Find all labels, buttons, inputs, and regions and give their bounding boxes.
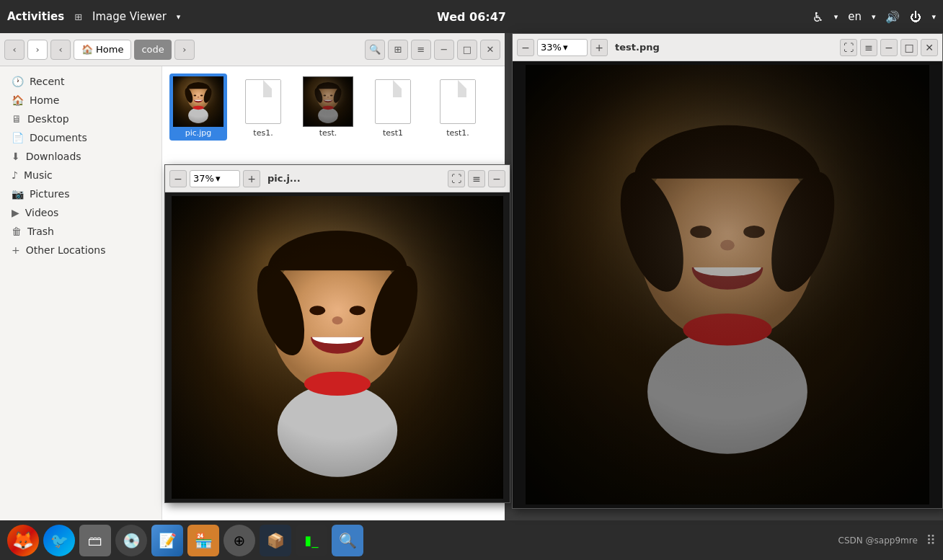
sidebar-label-desktop: Desktop (27, 113, 69, 125)
nav-up-button[interactable]: ‹ (50, 40, 71, 60)
breadcrumb-home[interactable]: 🏠 Home (74, 40, 131, 60)
iv-pic-fullscreen-button[interactable]: ⛶ (448, 170, 465, 187)
fm-toolbar: ‹ › ‹ 🏠 Home code › 🔍 ⊞ ≡ − □ ✕ (0, 33, 505, 66)
sidebar-item-music[interactable]: ♪ Music (0, 166, 161, 185)
fm-toolbar-right: 🔍 ⊞ ≡ − □ ✕ (365, 40, 500, 60)
file-pic-jpg[interactable]: pic.jpg (169, 74, 227, 141)
nav-forward-button[interactable]: › (27, 40, 48, 60)
file-test1b[interactable]: test1. (429, 74, 487, 141)
lang-arrow[interactable]: ▾ (872, 12, 876, 22)
iv-test-min-button[interactable]: − (880, 39, 898, 56)
iv-test-window: − 33% ▾ + test.png ⛶ ≡ − □ ✕ (512, 33, 943, 509)
thunderbird-icon[interactable]: 🐦 (43, 525, 75, 556)
nav-back-button[interactable]: ‹ (4, 40, 25, 60)
taskbar-help: ⊕ (223, 525, 255, 556)
file-test-img[interactable]: test. (299, 74, 357, 141)
fm-menu-button[interactable]: ≡ (411, 40, 431, 60)
iv-test-menu-button[interactable]: ≡ (860, 39, 877, 56)
iv-test-fullscreen-button[interactable]: ⛶ (840, 39, 857, 56)
topbar-left: Activities ⊞ Image Viewer ▾ (7, 10, 180, 23)
file-tes1[interactable]: tes1. (234, 74, 292, 141)
sidebar-item-videos[interactable]: ▶ Videos (0, 203, 161, 222)
topbar-clock: Wed 06:47 (437, 10, 506, 24)
sidebar-label-recent: Recent (30, 76, 64, 87)
iv-test-close-button[interactable]: ✕ (921, 39, 938, 56)
taskbar-dots-icon[interactable]: ⠿ (926, 533, 936, 548)
iv-pic-min-button[interactable]: − (488, 170, 505, 187)
iv-test-zoom-value: 33% (541, 42, 562, 53)
sidebar-item-home[interactable]: 🏠 Home (0, 91, 161, 110)
sidebar-item-downloads[interactable]: ⬇ Downloads (0, 147, 161, 166)
iv-pic-title: pic.j... (267, 173, 301, 184)
sidebar-item-documents[interactable]: 📄 Documents (0, 128, 161, 147)
power-icon[interactable]: ⏻ (910, 10, 921, 24)
iv-test-max-button[interactable]: □ (900, 39, 918, 56)
topbar-right: ♿ ▾ en ▾ 🔊 ⏻ ▾ (813, 9, 936, 25)
thumbnail-canvas-test (303, 76, 353, 127)
power-arrow[interactable]: ▾ (931, 12, 936, 22)
volume-icon[interactable]: 🔊 (885, 10, 900, 24)
lang-label[interactable]: en (848, 10, 862, 23)
sidebar-item-trash[interactable]: 🗑 Trash (0, 222, 161, 241)
file-name-tes1: tes1. (253, 128, 273, 138)
files-icon[interactable]: 🗃 (79, 525, 111, 556)
iv-pic-zoom-in[interactable]: + (243, 170, 260, 187)
trash-icon: 🗑 (12, 226, 22, 237)
clock-label: Wed 06:47 (437, 10, 506, 24)
iv-test-zoom-in[interactable]: + (590, 39, 608, 56)
taskbar-magnifier: 🔍 (332, 525, 363, 556)
fm-close-button[interactable]: ✕ (480, 40, 500, 60)
activities-label[interactable]: Activities (7, 10, 64, 23)
sidebar-label-pictures: Pictures (30, 188, 69, 200)
iv-pic-menu-button[interactable]: ≡ (468, 170, 485, 187)
accessibility-arrow[interactable]: ▾ (834, 12, 838, 22)
iv-test-toolbar-right: ⛶ ≡ − □ ✕ (840, 39, 938, 56)
app-name-label[interactable]: Image Viewer (92, 10, 167, 23)
iv-test-zoom-select[interactable]: 33% ▾ (537, 39, 588, 56)
sidebar-label-videos: Videos (25, 207, 59, 218)
iv-test-image-area (513, 61, 942, 508)
taskbar-firefox: 🦊 (7, 525, 39, 556)
magnifier-icon[interactable]: 🔍 (332, 525, 363, 556)
doc-icon-test1 (375, 79, 411, 124)
sidebar-label-trash: Trash (27, 226, 54, 237)
file-thumb-test1 (368, 76, 418, 127)
app-icon[interactable]: ⊞ (74, 12, 82, 22)
help-icon[interactable]: ⊕ (223, 525, 255, 556)
sidebar-item-desktop[interactable]: 🖥 Desktop (0, 110, 161, 128)
iv-pic-zoom-out[interactable]: − (169, 170, 187, 187)
taskbar-right-area: CSDN @sapp9mre ⠿ (838, 533, 936, 548)
sidebar-item-pictures[interactable]: 📷 Pictures (0, 185, 161, 203)
iv-test-zoom-out[interactable]: − (517, 39, 534, 56)
fm-view-button[interactable]: ⊞ (388, 40, 408, 60)
file-name-test: test. (319, 128, 337, 138)
thumbnail-canvas (173, 76, 223, 127)
sidebar-item-recent[interactable]: 🕐 Recent (0, 72, 161, 91)
iv-pic-zoom-select[interactable]: 37% ▾ (190, 170, 240, 187)
amazon-icon[interactable]: 📦 (260, 525, 291, 556)
file-name-test1b: test1. (446, 128, 469, 138)
disks-icon[interactable]: 💿 (115, 525, 147, 556)
breadcrumb-code[interactable]: code (134, 40, 171, 60)
app-arrow[interactable]: ▾ (177, 12, 181, 22)
file-thumb-pic (173, 76, 223, 127)
sidebar-item-other-locations[interactable]: + Other Locations (0, 241, 161, 259)
iv-pic-zoom-arrow: ▾ (216, 173, 221, 184)
accessibility-icon[interactable]: ♿ (813, 9, 824, 25)
taskbar-files: 🗃 (79, 525, 111, 556)
file-test1[interactable]: test1 (364, 74, 422, 141)
file-thumb-test1b (433, 76, 483, 127)
fm-min-button[interactable]: − (434, 40, 454, 60)
appstore-icon[interactable]: 🏪 (187, 525, 219, 556)
terminal-icon[interactable]: ▮_ (296, 525, 327, 556)
nav-breadcrumb-arrow[interactable]: › (174, 40, 195, 60)
writer-icon[interactable]: 📝 (151, 525, 183, 556)
recent-icon: 🕐 (12, 76, 24, 87)
file-name-test1: test1 (383, 128, 403, 138)
breadcrumb-code-label: code (141, 44, 164, 55)
fm-search-button[interactable]: 🔍 (365, 40, 385, 60)
doc-icon-tes1 (245, 79, 281, 124)
iv-pic-zoom-value: 37% (193, 173, 214, 184)
fm-max-button[interactable]: □ (457, 40, 477, 60)
firefox-icon[interactable]: 🦊 (7, 525, 39, 556)
